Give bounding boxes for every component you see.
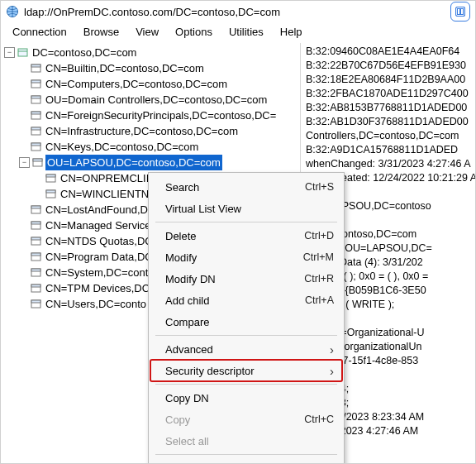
tree-node-label[interactable]: CN=TPM Devices,DC: [44, 280, 151, 296]
container-icon: [31, 220, 41, 231]
container-icon: [32, 157, 43, 168]
ctx-clear-output[interactable]: Clear outputCtrl+N: [150, 457, 342, 464]
tree-node[interactable]: CN=Keys,DC=contoso,DC=com: [19, 139, 300, 155]
svg-rect-35: [31, 285, 40, 287]
ctx-item-shortcut: Ctrl+M: [303, 251, 334, 263]
detail-line: B:32:AB8153B7768811D1ADED00: [306, 101, 475, 115]
container-icon: [45, 189, 56, 199]
menu-browse[interactable]: Browse: [75, 24, 127, 40]
context-menu[interactable]: SearchCtrl+SVirtual List ViewDeleteCtrl+…: [148, 172, 345, 464]
svg-rect-31: [31, 253, 40, 256]
svg-rect-13: [31, 112, 40, 114]
ctx-item-shortcut: Ctrl+S: [305, 181, 334, 193]
tree-node-label[interactable]: CN=ONPREMCLII: [59, 170, 150, 186]
ctx-virtual-list-view[interactable]: Virtual List View: [150, 198, 342, 219]
expand-icon[interactable]: [19, 221, 28, 230]
svg-rect-7: [31, 65, 40, 67]
menu-utilities[interactable]: Utilities: [221, 24, 272, 40]
tree-node-label[interactable]: CN=System,DC=cont: [44, 265, 150, 280]
tree-node-label[interactable]: OU=Domain Controllers,DC=contoso,DC=com: [44, 92, 269, 108]
svg-rect-3: [461, 9, 464, 15]
tree-node-label[interactable]: CN=NTDS Quotas,DC: [44, 233, 155, 249]
ctx-delete[interactable]: DeleteCtrl+D: [150, 225, 342, 246]
ctx-item-label: Copy: [165, 414, 304, 426]
container-icon: [45, 173, 56, 184]
ctx-item-label: Select all: [165, 435, 334, 447]
ctx-modify-dn[interactable]: Modify DNCtrl+R: [150, 268, 342, 289]
tree-node-label[interactable]: CN=WINCLIENTN: [59, 186, 150, 202]
tree-node-label[interactable]: CN=ForeignSecurityPrincipals,DC=contoso,…: [44, 108, 278, 123]
tree-node-label[interactable]: CN=Computers,DC=contoso,DC=com: [44, 76, 229, 92]
container-icon: [31, 283, 41, 294]
tree-node[interactable]: CN=ForeignSecurityPrincipals,DC=contoso,…: [19, 108, 300, 123]
ctx-item-label: Delete: [165, 230, 304, 242]
snap-layout-icon[interactable]: [450, 2, 470, 22]
menu-connection[interactable]: Connection: [4, 24, 75, 40]
window-title: ldap://OnPremDC.contoso.com/DC=contoso,D…: [24, 6, 445, 18]
detail-line: whenChanged: 3/31/2023 4:27:46 A: [306, 157, 475, 171]
svg-rect-21: [46, 175, 55, 177]
app-icon: [6, 5, 19, 18]
svg-rect-11: [31, 96, 40, 98]
expand-icon[interactable]: [19, 237, 28, 246]
container-icon: [31, 299, 41, 309]
svg-rect-25: [31, 206, 40, 208]
expand-icon[interactable]: [19, 95, 28, 104]
menu-view[interactable]: View: [127, 24, 167, 40]
ctx-item-label: Security descriptor: [165, 365, 323, 377]
ctx-item-shortcut: Ctrl+D: [304, 230, 334, 242]
expand-icon[interactable]: [19, 127, 28, 136]
ctx-modify[interactable]: ModifyCtrl+M: [150, 246, 342, 268]
leaf-spacer: [34, 189, 43, 199]
tree-node[interactable]: −OU=LAPSOU,DC=contoso,DC=com: [19, 155, 300, 170]
expand-icon[interactable]: [19, 111, 28, 120]
tree-node-label[interactable]: CN=Builtin,DC=contoso,DC=com: [44, 60, 206, 76]
ctx-item-label: Copy DN: [165, 392, 334, 404]
ctx-item-label: Search: [165, 181, 305, 194]
expand-icon[interactable]: [19, 142, 28, 151]
tree-node-label[interactable]: CN=Infrastructure,DC=contoso,DC=com: [44, 123, 240, 139]
ctx-search[interactable]: SearchCtrl+S: [150, 176, 342, 198]
ctx-item-label: Modify DN: [165, 273, 304, 285]
collapse-icon[interactable]: −: [4, 47, 15, 58]
tree-node[interactable]: CN=Computers,DC=contoso,DC=com: [19, 76, 300, 92]
tree-node-label[interactable]: CN=Program Data,DC: [44, 249, 155, 265]
container-icon: [31, 79, 41, 89]
tree-node-label[interactable]: CN=LostAndFound,D: [44, 202, 150, 218]
collapse-icon[interactable]: −: [19, 157, 30, 168]
tree-node[interactable]: −DC=contoso,DC=com: [4, 45, 300, 60]
ctx-copy: CopyCtrl+C: [150, 409, 342, 430]
tree-node[interactable]: CN=Infrastructure,DC=contoso,DC=com: [19, 123, 300, 139]
tree-node[interactable]: CN=Builtin,DC=contoso,DC=com: [19, 60, 300, 76]
expand-icon[interactable]: [19, 252, 28, 261]
expand-icon[interactable]: [19, 79, 28, 88]
tree-node-label[interactable]: CN=Users,DC=conto: [44, 296, 148, 312]
tree-node-label[interactable]: CN=Managed Service: [44, 218, 153, 233]
svg-rect-4: [18, 49, 27, 56]
expand-icon[interactable]: [19, 299, 28, 309]
tree-node-label[interactable]: DC=contoso,DC=com: [31, 45, 138, 60]
ctx-item-label: Modify: [165, 251, 303, 264]
expand-icon[interactable]: [19, 284, 28, 293]
ctx-copy-dn[interactable]: Copy DN: [150, 387, 342, 409]
svg-rect-15: [31, 127, 40, 130]
ctx-security-descriptor[interactable]: Security descriptor: [150, 360, 342, 381]
menu-options[interactable]: Options: [167, 24, 221, 40]
menu-separator: [155, 384, 337, 385]
expand-icon[interactable]: [19, 64, 28, 73]
menu-help[interactable]: Help: [272, 24, 311, 40]
ctx-item-label: Advanced: [165, 343, 323, 356]
container-icon: [31, 63, 41, 74]
container-icon: [17, 47, 28, 58]
ctx-item-label: Compare: [165, 316, 334, 328]
expand-icon[interactable]: [19, 268, 28, 277]
ctx-advanced[interactable]: Advanced: [150, 338, 342, 360]
tree-node[interactable]: OU=Domain Controllers,DC=contoso,DC=com: [19, 92, 300, 108]
svg-rect-37: [31, 300, 40, 303]
ctx-add-child[interactable]: Add childCtrl+A: [150, 289, 342, 311]
expand-icon[interactable]: [19, 205, 28, 214]
tree-node-label[interactable]: OU=LAPSOU,DC=contoso,DC=com: [45, 155, 222, 170]
ctx-compare[interactable]: Compare: [150, 311, 342, 332]
tree-node-label[interactable]: CN=Keys,DC=contoso,DC=com: [44, 139, 200, 155]
container-icon: [31, 267, 41, 278]
